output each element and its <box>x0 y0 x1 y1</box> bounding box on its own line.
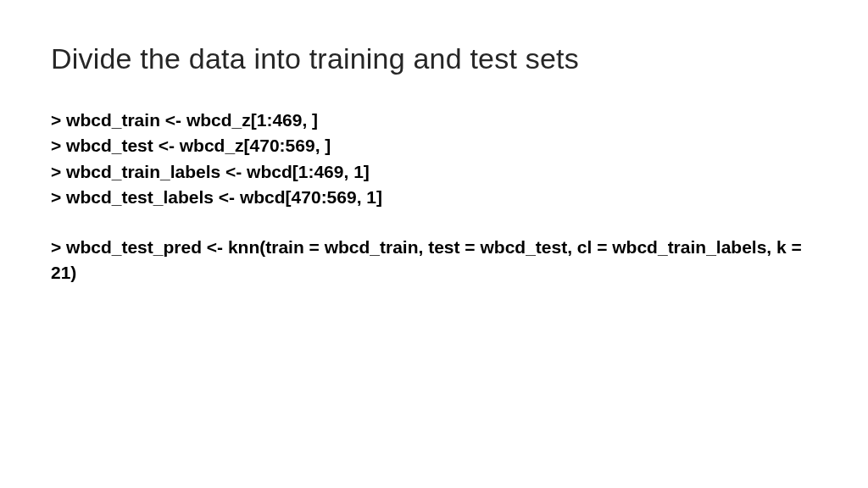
spacer <box>51 211 817 235</box>
code-line: > wbcd_test_labels <- wbcd[470:569, 1] <box>51 185 817 210</box>
slide-title: Divide the data into training and test s… <box>51 42 817 75</box>
code-line: > wbcd_train_labels <- wbcd[1:469, 1] <box>51 159 817 185</box>
code-line: > wbcd_train <- wbcd_z[1:469, ] <box>51 108 817 133</box>
code-line: > wbcd_test_pred <- knn(train = wbcd_tra… <box>51 235 817 286</box>
code-line: > wbcd_test <- wbcd_z[470:569, ] <box>51 133 817 158</box>
code-block: > wbcd_train <- wbcd_z[1:469, ] > wbcd_t… <box>51 108 817 286</box>
